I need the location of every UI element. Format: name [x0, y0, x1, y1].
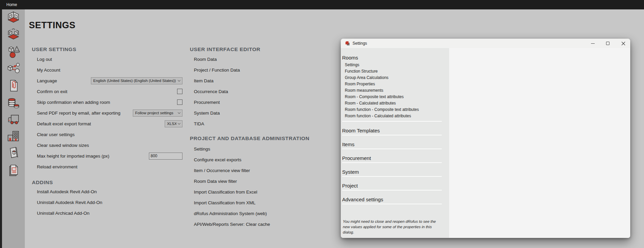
tree-section-procurement[interactable]: Procurement	[342, 155, 442, 163]
home-tab[interactable]: Home	[6, 2, 17, 7]
tree-item-room-function-calculated-attributes[interactable]: Room function - Calculated attributes	[345, 113, 442, 119]
sidebar-item-rooms[interactable]	[2, 10, 25, 27]
ui-editor-procurement-link[interactable]: Procurement	[194, 100, 220, 105]
skip-confirmation-checkbox[interactable]	[177, 99, 182, 105]
maximize-button[interactable]	[604, 39, 612, 48]
uninstall-revit-addon-link[interactable]: Uninstall Autodesk Revit Add-On	[37, 200, 102, 205]
sidebar-nav	[2, 9, 25, 248]
ui-editor-item-data-link[interactable]: Item Data	[194, 78, 214, 83]
project-admin-header: PROJECT AND DATABASE ADMINISTRATION	[190, 135, 310, 141]
max-height-input[interactable]	[149, 153, 182, 160]
settings-dialog: Settings Rooms Settings Function Structu…	[341, 39, 630, 238]
close-button[interactable]	[619, 39, 627, 48]
app-window: Home	[0, 0, 644, 248]
language-label: Language	[37, 78, 57, 83]
tree-section-items[interactable]: Items	[342, 141, 442, 149]
sidebar-item-items[interactable]	[2, 44, 25, 60]
catalog-icon	[6, 146, 20, 160]
dialog-content-panel	[449, 48, 630, 238]
tree-item-room-calculated-attributes[interactable]: Room - Calculated attributes	[345, 100, 442, 107]
sidebar-item-systems[interactable]	[2, 60, 25, 77]
dialog-footer-note: You might need to close and reopen dRofu…	[343, 219, 443, 235]
minimize-icon	[591, 43, 595, 44]
language-select-value: English (United States) (English (United…	[93, 79, 176, 83]
uninstall-archicad-addon-link[interactable]: Uninstall Archicad Add-On	[37, 211, 90, 216]
max-height-label: Max height for imported images (px)	[37, 154, 109, 159]
items-icon	[6, 45, 20, 59]
dialog-tree-panel: Rooms Settings Function Structure Group …	[341, 48, 449, 238]
import-classification-xml-link[interactable]: Import Classification from XML	[194, 200, 256, 205]
item-occurrence-view-filter-link[interactable]: Item / Occurrence view filter	[194, 168, 250, 173]
tree-rooms-group: Rooms Settings Function Structure Group …	[342, 55, 442, 122]
log-out-link[interactable]: Log out	[37, 57, 52, 62]
send-pdf-select-value: Follow project settings	[135, 111, 173, 115]
building-icon	[6, 129, 20, 143]
ui-editor-rows: Room Data Project / Function Data Item D…	[194, 54, 335, 129]
language-select[interactable]: English (United States) (English (United…	[91, 77, 182, 84]
dialog-titlebar[interactable]: Settings	[341, 39, 630, 48]
sidebar-item-reports[interactable]	[2, 161, 25, 178]
minimize-button[interactable]	[589, 39, 597, 48]
excel-format-select-value: XLSX	[167, 122, 176, 126]
reload-environment-link[interactable]: Reload environment	[37, 164, 77, 169]
ui-editor-tida-link[interactable]: TIDA	[194, 121, 204, 126]
sidebar-item-building[interactable]	[2, 128, 25, 144]
sidebar-item-finance[interactable]	[2, 94, 25, 111]
ui-editor-room-data-link[interactable]: Room Data	[194, 57, 217, 62]
my-account-link[interactable]: My Account	[37, 68, 60, 73]
tree-section-project[interactable]: Project	[342, 183, 442, 191]
excel-format-label: Default excel export format	[37, 121, 91, 126]
project-admin-rows: Settings Configure excel exports Item / …	[194, 143, 335, 230]
sidebar-item-catalog[interactable]	[2, 144, 25, 161]
dialog-body: Rooms Settings Function Structure Group …	[341, 48, 630, 238]
tree-item-room-function-composite-text-attributes[interactable]: Room function - Composite text attribute…	[345, 107, 442, 113]
drofus-admin-system-link[interactable]: dRofus Administration System (web)	[194, 211, 267, 216]
clear-saved-window-sizes-link[interactable]: Clear saved window sizes	[37, 143, 89, 148]
ui-editor-system-data-link[interactable]: System Data	[194, 111, 220, 116]
ui-editor-occurrence-data-link[interactable]: Occurrence Data	[194, 89, 228, 94]
tree-item-room-properties[interactable]: Room Properties	[345, 81, 442, 87]
tree-item-group-area-calculations[interactable]: Group Area Calculations	[345, 75, 442, 81]
drofus-logo-icon	[345, 41, 350, 46]
reports-icon	[6, 163, 20, 177]
import-classification-excel-link[interactable]: Import Classification from Excel	[194, 190, 257, 195]
close-icon	[621, 41, 626, 46]
skip-confirmation-label: Skip confirmation when adding room	[37, 100, 110, 105]
tree-section-advanced-settings[interactable]: Advanced settings	[342, 197, 442, 204]
ui-editor-project-function-data-link[interactable]: Project / Function Data	[194, 68, 240, 73]
configure-excel-exports-link[interactable]: Configure excel exports	[194, 157, 241, 162]
addins-rows: Install Autodesk Revit Add-On Uninstall …	[37, 186, 182, 218]
top-menu-bar: Home	[0, 0, 644, 9]
send-pdf-select[interactable]: Follow project settings	[133, 110, 182, 117]
sidebar-item-logistics[interactable]	[2, 111, 25, 128]
room-templates-icon	[6, 28, 20, 42]
logistics-icon	[6, 112, 20, 126]
confirm-on-exit-label: Confirm on exit	[37, 89, 67, 94]
tree-section-room-templates[interactable]: Room Templates	[342, 128, 442, 135]
excel-format-select[interactable]: XLSX	[165, 120, 182, 127]
sidebar-item-attachments[interactable]	[2, 77, 25, 94]
page-title: SETTINGS	[29, 20, 75, 31]
tree-rooms-children: Settings Function Structure Group Area C…	[342, 62, 442, 119]
room-data-view-filter-link[interactable]: Room Data view filter	[194, 179, 237, 184]
chevron-down-icon	[178, 79, 180, 81]
tree-item-function-structure[interactable]: Function Structure	[345, 68, 442, 75]
user-settings-rows: Log out My Account Language English (Uni…	[37, 54, 182, 172]
tree-item-settings[interactable]: Settings	[345, 62, 442, 68]
tree-section-system[interactable]: System	[342, 169, 442, 177]
tree-item-room-composite-text-attributes[interactable]: Room - Composite text attributes	[345, 94, 442, 100]
clear-cache-link[interactable]: API/Web/Reports Server: Clear cache	[194, 222, 270, 227]
tree-section-rooms[interactable]: Rooms	[342, 55, 442, 61]
dialog-title: Settings	[353, 41, 367, 46]
admin-settings-link[interactable]: Settings	[194, 147, 210, 152]
sidebar-item-room-templates[interactable]	[2, 27, 25, 44]
clear-user-settings-link[interactable]: Clear user settings	[37, 132, 75, 137]
chevron-down-icon	[178, 111, 180, 114]
confirm-on-exit-checkbox[interactable]	[177, 89, 182, 94]
install-revit-addon-link[interactable]: Install Autodesk Revit Add-On	[37, 189, 97, 194]
tree-item-room-measurements[interactable]: Room measurements	[345, 87, 442, 94]
ui-editor-header: USER INTERFACE EDITOR	[190, 46, 260, 52]
addins-header: ADDINS	[32, 179, 53, 185]
rooms-icon	[6, 11, 20, 26]
attachments-icon	[6, 79, 20, 93]
